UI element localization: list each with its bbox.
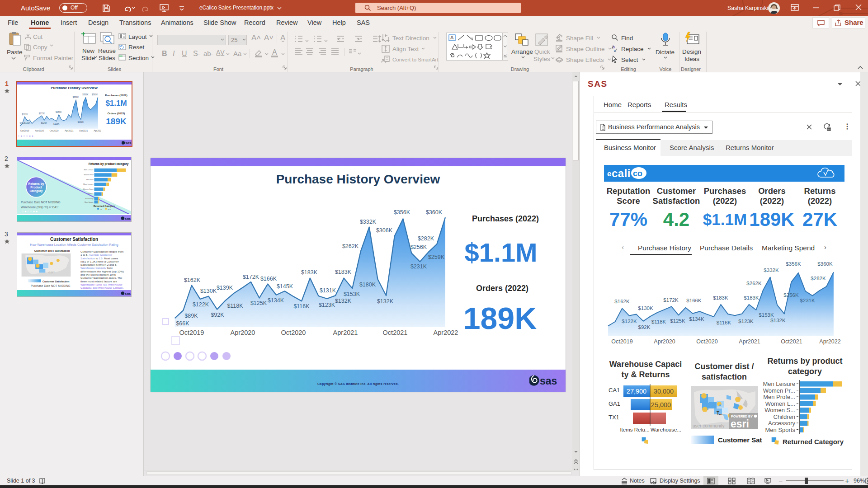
svg-text:$183K: $183K <box>56 111 62 113</box>
svg-text:TX1: TX1 <box>609 414 619 421</box>
svg-text:$356K: $356K <box>786 261 801 267</box>
svg-text:A: A <box>450 35 454 40</box>
svg-text:sas: sas <box>540 375 557 387</box>
svg-text:$259K: $259K <box>428 254 445 260</box>
svg-text:$92K: $92K <box>638 324 651 330</box>
svg-text:Purchase Date NOT MISSING: Purchase Date NOT MISSING <box>21 201 61 204</box>
svg-text:Apr2020: Apr2020 <box>654 338 675 345</box>
svg-text:$231K: $231K <box>410 263 427 270</box>
svg-text:25,000: 25,000 <box>651 401 671 408</box>
svg-text:$262K: $262K <box>746 281 762 286</box>
svg-text:Apr2022: Apr2022 <box>819 338 840 345</box>
svg-text:Accessory: Accessory <box>768 420 795 427</box>
svg-text:Men Leisure: Men Leisure <box>763 380 795 387</box>
svg-text:$183K: $183K <box>335 269 352 275</box>
svg-text:Returns by product category: Returns by product category <box>89 162 129 166</box>
svg-text:$139K: $139K <box>217 285 233 291</box>
svg-text:$125K: $125K <box>41 122 47 124</box>
svg-text:$360K: $360K <box>92 94 98 96</box>
svg-text:$256K: $256K <box>783 292 799 298</box>
svg-text:Oct2020: Oct2020 <box>281 329 306 336</box>
svg-text:$118K: $118K <box>227 303 243 309</box>
svg-text:$123K: $123K <box>738 319 754 324</box>
svg-text:$132K: $132K <box>377 298 394 305</box>
svg-text:Returned Category: Returned Category <box>94 205 115 207</box>
svg-text:$153K: $153K <box>344 291 360 297</box>
svg-text:$172K: $172K <box>39 113 45 115</box>
svg-text:Women Pr...: Women Pr... <box>763 387 795 394</box>
svg-text:no: no <box>100 208 102 210</box>
svg-text:T...: T... <box>717 411 723 416</box>
svg-text:$162K: $162K <box>22 113 28 116</box>
svg-text:$360K: $360K <box>817 261 833 267</box>
svg-text:esri: esri <box>48 270 55 274</box>
svg-text:$356K: $356K <box>394 209 410 216</box>
svg-text:esri: esri <box>731 418 749 429</box>
svg-text:Wom Leisure: Wom Leisure <box>83 183 93 185</box>
svg-text:Children: Children <box>87 193 93 195</box>
svg-text:Apr2021: Apr2021 <box>739 338 760 345</box>
svg-text:Apr2021: Apr2021 <box>65 129 74 132</box>
svg-text:$360K: $360K <box>426 209 443 216</box>
svg-text:Oct2019: Oct2019 <box>20 129 29 132</box>
svg-text:CA1: CA1 <box>609 387 620 394</box>
svg-text:$134K: $134K <box>268 297 284 304</box>
svg-text:Accessory: Accessory <box>85 198 94 200</box>
svg-text:$118K: $118K <box>651 319 666 324</box>
svg-text:Children: Children <box>774 413 795 420</box>
svg-text:Oct2020: Oct2020 <box>50 129 59 132</box>
svg-text:Apr2022: Apr2022 <box>94 129 101 132</box>
svg-text:POWERED BY: POWERED BY <box>731 415 753 418</box>
svg-text:sas: sas <box>125 216 131 221</box>
svg-text:$116K: $116K <box>717 320 731 325</box>
svg-text:$166K: $166K <box>686 298 702 303</box>
svg-text:$66K: $66K <box>176 320 189 327</box>
svg-text:Oct2020: Oct2020 <box>696 338 717 345</box>
svg-text:$123K: $123K <box>319 302 335 308</box>
svg-text:$231K: $231K <box>800 298 815 303</box>
svg-text:yes: yes <box>108 208 111 210</box>
svg-text:user community: user community <box>693 423 725 428</box>
svg-text:27,900: 27,900 <box>627 388 646 395</box>
svg-text:Warehouse...: Warehouse... <box>651 427 681 432</box>
svg-text:Men Prof: Men Prof <box>86 179 94 181</box>
svg-text:Oct2019: Oct2019 <box>179 329 204 336</box>
svg-text:Men Sports: Men Sports <box>765 427 796 433</box>
svg-text:$130K: $130K <box>200 288 217 294</box>
svg-text:$125K: $125K <box>670 318 685 324</box>
svg-text:$332K: $332K <box>73 96 79 99</box>
svg-text:$282K: $282K <box>811 276 826 281</box>
svg-text:sas: sas <box>125 291 131 296</box>
svg-text:Warehouse (Ship To) = 'CA1': Warehouse (Ship To) = 'CA1' <box>21 206 58 209</box>
svg-text:Men Profe...: Men Profe... <box>763 394 795 400</box>
svg-text:$306K: $306K <box>376 227 393 234</box>
svg-text:$116K: $116K <box>293 303 310 310</box>
svg-text:Women Sport: Women Sport <box>83 188 94 190</box>
svg-text:Women Prof: Women Prof <box>84 174 94 176</box>
svg-text:$125K: $125K <box>250 300 267 306</box>
svg-text:$132K: $132K <box>335 298 352 304</box>
svg-text:$132K: $132K <box>78 121 84 123</box>
svg-text:$130K: $130K <box>638 305 653 311</box>
svg-text:$116K: $116K <box>53 123 60 125</box>
svg-text:$92K: $92K <box>211 312 224 318</box>
svg-text:Apr2020: Apr2020 <box>35 129 44 132</box>
svg-text:Oct2021: Oct2021 <box>383 329 408 336</box>
svg-text:$356K: $356K <box>82 94 89 96</box>
svg-text:$166K: $166K <box>260 276 277 282</box>
svg-text:Apr2020: Apr2020 <box>231 329 255 336</box>
svg-text:co: co <box>633 169 642 178</box>
svg-text:$162K: $162K <box>184 277 201 283</box>
svg-text:$183K: $183K <box>301 269 318 276</box>
svg-text:$145K: $145K <box>277 283 293 290</box>
svg-text:e: e <box>607 169 611 178</box>
svg-text:Items Retu...: Items Retu... <box>620 427 649 432</box>
svg-text:Returns by: Returns by <box>28 182 44 186</box>
svg-text:$122K: $122K <box>24 122 31 124</box>
svg-text:Women S...: Women S... <box>764 407 795 413</box>
svg-text:Men Leisure: Men Leisure <box>84 169 93 171</box>
svg-text:$172K: $172K <box>663 297 679 303</box>
svg-text:$122K: $122K <box>193 301 209 308</box>
svg-text:$180K: $180K <box>359 282 376 288</box>
svg-text:$134K: $134K <box>689 316 704 322</box>
